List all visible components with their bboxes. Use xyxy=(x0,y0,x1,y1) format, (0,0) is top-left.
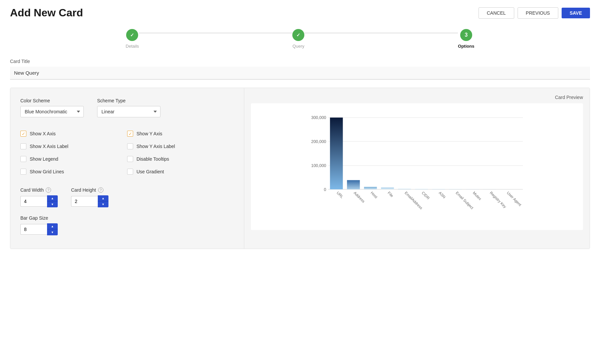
card-width-down-button[interactable]: ▼ xyxy=(47,201,58,207)
card-height-spinner: ▲ ▼ xyxy=(71,195,108,207)
scheme-type-group: Scheme Type Linear Logarithmic xyxy=(97,98,161,117)
stepper-label-details: Details xyxy=(126,44,139,49)
bar-url xyxy=(330,118,343,189)
svg-text:0: 0 xyxy=(324,187,326,192)
card-height-input[interactable] xyxy=(71,196,98,207)
x-label-registry-key: Registry Key xyxy=(489,191,507,209)
bar-cidr xyxy=(415,189,428,189)
stepper-line-2 xyxy=(304,33,458,33)
checkboxes-grid: ✓ Show X Axis ✓ Show Y Axis Show X Axis … xyxy=(20,127,234,178)
color-scheme-label: Color Scheme xyxy=(20,98,84,103)
stepper-circle-details: ✓ xyxy=(126,29,138,41)
checkbox-show-x-axis[interactable]: ✓ Show X Axis xyxy=(20,127,127,140)
x-label-file: File xyxy=(387,191,394,198)
checkbox-show-y-axis-label[interactable]: Show Y Axis Label xyxy=(127,140,234,153)
bar-address xyxy=(347,180,360,189)
checkbox-show-grid-lines[interactable]: Show Grid Lines xyxy=(20,165,127,178)
checkbox-label-show-x-axis: Show X Axis xyxy=(30,131,56,136)
card-width-spinner-buttons: ▲ ▼ xyxy=(47,195,58,207)
previous-button[interactable]: PREVIOUS xyxy=(518,7,558,19)
cancel-button[interactable]: CANCEL xyxy=(479,7,514,19)
right-panel: Card Preview xyxy=(244,88,590,249)
card-height-label: Card Height ? xyxy=(71,187,108,193)
card-width-help-icon[interactable]: ? xyxy=(46,187,51,193)
x-label-host: Host xyxy=(370,191,379,199)
checkbox-use-gradient[interactable]: Use Gradient xyxy=(127,165,234,178)
stepper-label-options: Options xyxy=(458,44,474,49)
checkbox-show-legend[interactable]: Show Legend xyxy=(20,153,127,165)
chart-svg: 300,000 200,000 100,000 0 xyxy=(258,110,576,223)
bar-gap-up-button[interactable]: ▲ xyxy=(47,223,58,229)
bar-gap-input[interactable] xyxy=(20,224,47,235)
card-title-label: Card Title xyxy=(10,59,590,64)
checkbox-box-show-x-axis-label xyxy=(20,143,26,149)
stepper-circle-query: ✓ xyxy=(292,29,304,41)
stepper-details: ✓ Details xyxy=(126,29,139,49)
scheme-type-select[interactable]: Linear Logarithmic xyxy=(97,106,161,117)
card-width-spinner: ▲ ▼ xyxy=(20,195,58,207)
checkmark-show-y-axis: ✓ xyxy=(128,131,132,136)
stepper: ✓ Details ✓ Query 3 Options xyxy=(10,29,590,49)
checkbox-label-use-gradient: Use Gradient xyxy=(136,169,164,174)
checkbox-label-disable-tooltips: Disable Tooltips xyxy=(136,156,169,162)
card-height-help-icon[interactable]: ? xyxy=(98,187,103,193)
left-panel: Color Scheme Blue Monochromatic Red Mono… xyxy=(10,88,244,249)
checkbox-label-show-y-axis: Show Y Axis xyxy=(136,131,162,136)
checkbox-box-disable-tooltips xyxy=(127,156,133,162)
color-scheme-group: Color Scheme Blue Monochromatic Red Mono… xyxy=(20,98,84,117)
bar-email-subject xyxy=(449,189,462,189)
color-scheme-select[interactable]: Blue Monochromatic Red Monochromatic Gre… xyxy=(20,106,84,117)
chart-container: 300,000 200,000 100,000 0 xyxy=(258,110,576,223)
checkbox-box-use-gradient xyxy=(127,169,133,175)
chart-area: 300,000 200,000 100,000 0 xyxy=(251,103,583,230)
checkbox-box-show-y-axis-label xyxy=(127,143,133,149)
bar-gap-spinner-buttons: ▲ ▼ xyxy=(47,223,58,235)
save-button[interactable]: SAVE xyxy=(562,8,590,18)
card-title-section: Card Title xyxy=(10,59,590,80)
checkbox-box-show-x-axis: ✓ xyxy=(20,131,26,137)
checkbox-label-show-grid-lines: Show Grid Lines xyxy=(30,169,64,174)
scheme-type-label: Scheme Type xyxy=(97,98,161,103)
card-width-label: Card Width ? xyxy=(20,187,58,193)
bar-file xyxy=(381,187,394,189)
bar-emailaddress xyxy=(398,189,411,189)
page-title: Add New Card xyxy=(10,7,83,19)
bar-gap-group: Bar Gap Size ▲ ▼ xyxy=(20,215,234,235)
x-label-email-subject: Email Subject xyxy=(455,191,475,210)
x-label-mutex: Mutex xyxy=(472,191,483,201)
checkbox-box-show-grid-lines xyxy=(20,169,26,175)
header-actions: CANCEL PREVIOUS SAVE xyxy=(479,7,590,19)
stepper-line-1 xyxy=(139,33,292,33)
card-width-up-button[interactable]: ▲ xyxy=(47,195,58,201)
stepper-circle-options: 3 xyxy=(460,29,472,41)
stepper-label-query: Query xyxy=(293,44,304,49)
stepper-query: ✓ Query xyxy=(292,29,304,49)
x-label-asn: ASN xyxy=(438,191,446,199)
checkbox-box-show-legend xyxy=(20,156,26,162)
bar-asn xyxy=(432,189,445,189)
checkbox-label-show-x-axis-label: Show X Axis Label xyxy=(30,144,68,149)
card-title-input[interactable] xyxy=(10,67,590,80)
dimensions-row: Card Width ? ▲ ▼ Card Height ? xyxy=(20,187,234,207)
checkbox-show-x-axis-label[interactable]: Show X Axis Label xyxy=(20,140,127,153)
checkmark-show-x-axis: ✓ xyxy=(22,131,25,136)
svg-text:100,000: 100,000 xyxy=(311,163,326,168)
card-width-input[interactable] xyxy=(20,196,47,207)
x-label-address: Address xyxy=(353,191,366,203)
card-height-spinner-buttons: ▲ ▼ xyxy=(98,195,108,207)
checkbox-label-show-legend: Show Legend xyxy=(30,156,58,162)
checkbox-label-show-y-axis-label: Show Y Axis Label xyxy=(136,144,175,149)
card-height-down-button[interactable]: ▼ xyxy=(98,201,108,207)
main-content: Color Scheme Blue Monochromatic Red Mono… xyxy=(10,88,590,249)
stepper-options: 3 Options xyxy=(458,29,474,49)
card-height-up-button[interactable]: ▲ xyxy=(98,195,108,201)
checkbox-disable-tooltips[interactable]: Disable Tooltips xyxy=(127,153,234,165)
x-label-user-agent: User Agent xyxy=(506,191,523,207)
x-label-cidr: CIDR xyxy=(421,191,430,200)
checkbox-show-y-axis[interactable]: ✓ Show Y Axis xyxy=(127,127,234,140)
bar-gap-label: Bar Gap Size xyxy=(20,215,234,221)
x-label-emailaddress: EmailAddress xyxy=(404,191,423,210)
svg-text:200,000: 200,000 xyxy=(311,139,326,144)
bar-gap-down-button[interactable]: ▼ xyxy=(47,229,58,235)
card-preview-title: Card Preview xyxy=(251,95,583,100)
